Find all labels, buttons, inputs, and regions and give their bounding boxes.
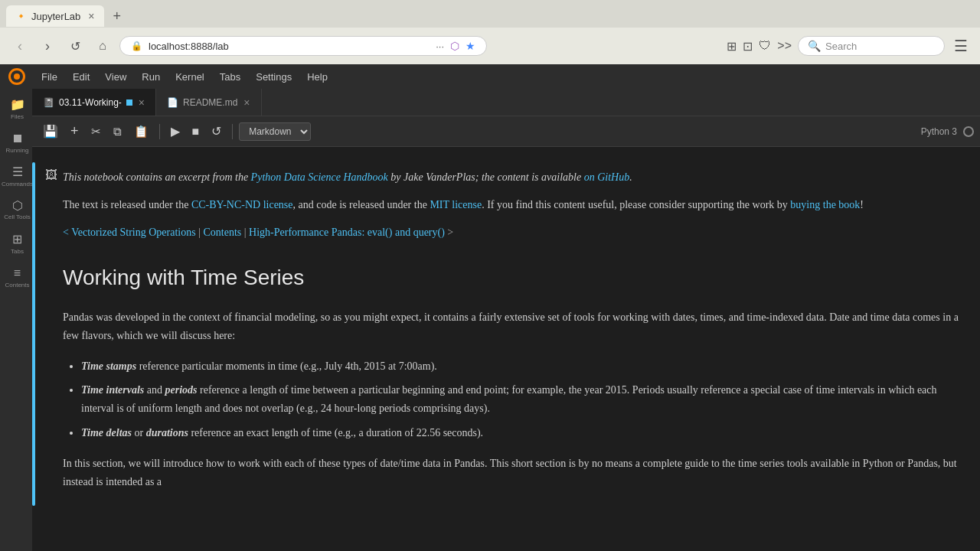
or-text: or — [132, 427, 146, 439]
menu-item-settings[interactable]: Settings — [248, 68, 299, 86]
bullet-list: Time stamps reference particular moments… — [81, 357, 965, 442]
browser-tab-active[interactable]: 🔸 JupyterLab × — [6, 5, 104, 27]
stop-button[interactable]: ■ — [188, 122, 204, 142]
notebook-tab[interactable]: 📓 03.11-Working- × — [32, 89, 156, 116]
search-icon: 🔍 — [808, 40, 821, 52]
menu-button[interactable]: ☰ — [951, 35, 971, 57]
forward-button[interactable]: › — [37, 35, 58, 57]
nav-next-link[interactable]: High-Performance Pandas: eval() and quer… — [249, 227, 445, 238]
author-text: by Jake VanderPlas; the content is avail… — [388, 171, 584, 183]
excerpt-para: This notebook contains an excerpt from t… — [63, 168, 965, 187]
readme-tab-label: README.md — [183, 97, 237, 108]
menu-item-help[interactable]: Help — [299, 68, 335, 86]
reload-button[interactable]: ↺ — [64, 35, 86, 57]
extensions-icon[interactable]: ⊞ — [727, 39, 737, 54]
run-button[interactable]: ▶ — [166, 121, 185, 142]
term-timestamps: Time stamps — [81, 360, 136, 372]
menu-item-file[interactable]: File — [34, 68, 65, 86]
license-link-1[interactable]: CC-BY-NC-ND license — [191, 199, 293, 210]
pocket-icon[interactable]: ⬡ — [450, 40, 459, 52]
cell-landscape-icon: 🖼 — [45, 168, 57, 182]
celltools-label: Cell Tools — [4, 214, 31, 221]
license-text-3: . If you find this content useful, pleas… — [482, 199, 790, 210]
new-tab-button[interactable]: + — [107, 7, 128, 26]
files-label: Files — [11, 113, 24, 120]
save-button[interactable]: 💾 — [38, 121, 63, 142]
readme-tab[interactable]: 📄 README.md × — [156, 89, 262, 116]
celltools-icon: ⬡ — [12, 198, 23, 213]
secure-icon: 🔒 — [131, 41, 142, 51]
menu-item-view[interactable]: View — [97, 68, 134, 86]
notebook-tab-close[interactable]: × — [139, 96, 145, 109]
cut-button[interactable]: ✂ — [87, 122, 106, 142]
last-para: In this section, we will introduce how t… — [63, 455, 965, 491]
copy-button[interactable]: ⧉ — [109, 122, 126, 142]
intro-para: Pandas was developed in the context of f… — [63, 308, 965, 345]
readme-tab-icon: 📄 — [167, 97, 178, 108]
sidebar-celltools-btn[interactable]: ⬡ Cell Tools — [0, 193, 32, 227]
browser-toolbar: ‹ › ↺ ⌂ 🔒 localhost:8888/lab ··· ⬡ ★ ⊞ ⊡… — [0, 28, 980, 64]
term-durations: durations — [146, 427, 188, 439]
search-box[interactable]: 🔍 Search — [798, 36, 945, 56]
book-link[interactable]: Python Data Science Handbook — [251, 171, 388, 183]
sidebar-tabs-btn[interactable]: ⊞ Tabs — [0, 227, 32, 260]
paste-button[interactable]: 📋 — [129, 122, 153, 142]
tab-bar: 🔸 JupyterLab × + — [0, 0, 980, 28]
notebook-area: 📓 03.11-Working- × 📄 README.md × 💾 + ✂ ⧉ — [32, 89, 980, 551]
add-cell-button[interactable]: + — [66, 120, 83, 142]
term-timestamps-text: reference particular moments in time (e.… — [136, 360, 437, 372]
cell-type-select[interactable]: Markdown Code Raw — [239, 122, 311, 141]
sidebar-files-btn[interactable]: 📁 Files — [0, 92, 32, 126]
menu-item-tabs[interactable]: Tabs — [212, 68, 248, 86]
readme-tab-close[interactable]: × — [243, 96, 250, 109]
sidebar-running-btn[interactable]: ⏹ Running — [0, 126, 32, 159]
tab-title: JupyterLab — [31, 11, 80, 22]
and-text: and — [144, 384, 165, 396]
commands-label: Commands — [2, 181, 33, 187]
restart-button[interactable]: ↺ — [207, 121, 226, 142]
cell-1: 🖼 This notebook contains an excerpt from… — [32, 162, 980, 506]
kernel-indicator: Python 3 — [921, 126, 974, 137]
list-item-3: Time deltas or durations reference an ex… — [81, 424, 965, 442]
sidebar-toggle-icon[interactable]: ⊡ — [743, 39, 753, 54]
bookmark-icon[interactable]: ★ — [466, 40, 475, 52]
jupyterlab: File Edit View Run Kernel Tabs Settings … — [0, 64, 980, 551]
term-intervals-text: reference a length of time between a par… — [81, 384, 937, 414]
list-item-2: Time intervals and periods reference a l… — [81, 381, 965, 418]
notebook-content[interactable]: 🖼 This notebook contains an excerpt from… — [32, 147, 980, 551]
toolbar-sep-2 — [232, 124, 233, 139]
list-item-1: Time stamps reference particular moments… — [81, 357, 965, 376]
menu-item-edit[interactable]: Edit — [65, 68, 97, 86]
github-link[interactable]: on GitHub — [584, 171, 630, 183]
back-button[interactable]: ‹ — [9, 35, 31, 57]
menu-item-run[interactable]: Run — [134, 68, 168, 86]
overflow-icon[interactable]: >> — [777, 39, 792, 53]
notebook-toolbar: 💾 + ✂ ⧉ 📋 ▶ ■ ↺ Markdown Code Raw Python… — [32, 116, 980, 147]
kernel-circle — [963, 126, 974, 137]
shield-icon[interactable]: 🛡 — [759, 39, 771, 53]
term-intervals: Time intervals — [81, 384, 144, 396]
notebook-tab-label: 03.11-Working- — [59, 97, 122, 108]
license-text-1: The text is released under the — [63, 199, 191, 210]
contents-label: Contents — [5, 282, 29, 289]
jupyter-logo — [6, 66, 28, 87]
address-text: localhost:8888/lab — [149, 41, 430, 52]
nav-contents-link[interactable]: Contents — [203, 227, 241, 238]
address-bar[interactable]: 🔒 localhost:8888/lab ··· ⬡ ★ — [119, 36, 487, 56]
menu-item-kernel[interactable]: Kernel — [168, 68, 212, 86]
main-area: 📁 Files ⏹ Running ☰ Commands ⬡ Cell Tool… — [0, 89, 980, 551]
buying-link[interactable]: buying the book — [790, 199, 860, 210]
tabs-icon: ⊞ — [12, 232, 22, 246]
tab-close-icon[interactable]: × — [88, 10, 94, 22]
more-icon[interactable]: ··· — [436, 41, 444, 52]
search-placeholder: Search — [825, 41, 857, 52]
license-link-2[interactable]: MIT license — [430, 199, 482, 210]
kernel-name: Python 3 — [921, 126, 957, 137]
files-icon: 📁 — [10, 97, 25, 112]
nav-prev-link[interactable]: < Vectorized String Operations — [63, 227, 196, 238]
sidebar-commands-btn[interactable]: ☰ Commands — [0, 159, 32, 193]
sidebar-contents-btn[interactable]: ≡ Contents — [0, 260, 32, 294]
home-button[interactable]: ⌂ — [92, 35, 113, 57]
term-deltas: Time deltas — [81, 427, 132, 439]
contents-icon: ≡ — [14, 266, 21, 280]
